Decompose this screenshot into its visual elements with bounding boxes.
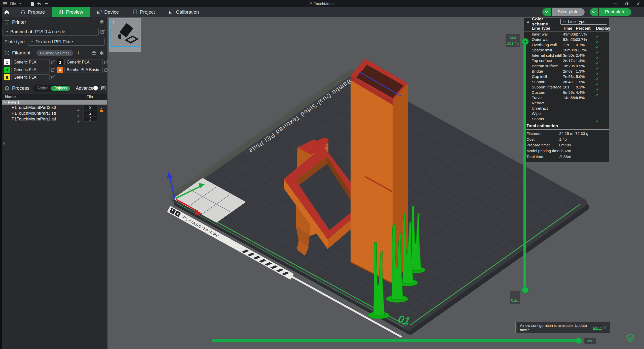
- total-estimation-list: Filament: 24.25 m 72.33 g Cost: 1.45 Pre…: [524, 131, 609, 160]
- line-type-name: Custom: [532, 90, 563, 95]
- line-type-name: Seams: [532, 117, 563, 121]
- object-row[interactable]: P1TouchMountPart2.stl 2: [2, 105, 107, 110]
- remove-filament-button[interactable]: −: [84, 49, 89, 56]
- process-section-header: Process Global Objects Advanced: [2, 84, 107, 92]
- printer-section-header: Printer: [2, 18, 107, 26]
- process-layers-icon: [5, 86, 10, 91]
- undo-icon[interactable]: [37, 2, 42, 6]
- layers-view-icon[interactable]: [625, 333, 635, 343]
- object-list-header: Name Fila.: [2, 94, 107, 100]
- line-type-percent: 1.9%: [576, 80, 596, 84]
- filament-edit-icon[interactable]: [51, 75, 56, 80]
- filament-name-field[interactable]: Generic PLA: [11, 59, 50, 65]
- object-row[interactable]: P1TouchMountPart3.stl 2: [2, 110, 107, 116]
- filament-name-field[interactable]: Generic PLA: [64, 59, 103, 65]
- line-type-name: Outer wall: [532, 37, 563, 42]
- object-filament-number[interactable]: 2: [83, 117, 97, 122]
- print-options-chevron[interactable]: [590, 8, 598, 16]
- line-type-time: 18m34s: [563, 48, 576, 52]
- printer-select[interactable]: Bambu Lab P1S 0.4 nozzle: [3, 28, 99, 36]
- tab-preview[interactable]: Preview: [52, 7, 90, 17]
- filament-edit-icon[interactable]: [51, 68, 56, 72]
- line-type-name: Travel: [532, 96, 563, 100]
- object-row[interactable]: P1TouchMountPart1.stl 2: [2, 116, 107, 122]
- plate-group-row[interactable]: Plate 1: [2, 100, 107, 105]
- estimation-label: Cost:: [526, 137, 559, 142]
- plate-type-select[interactable]: Textured PEI Plate: [28, 38, 105, 46]
- viewport-3d[interactable]: Bambu Dual-Sided Textured PEI Plate PLA/…: [107, 17, 644, 349]
- estimation-row: Total time: 2h38m: [524, 154, 609, 160]
- line-type-row: Unretract: [524, 106, 609, 111]
- layer-slider-track[interactable]: [523, 42, 526, 290]
- filament-color-swatch[interactable]: 4: [57, 67, 63, 73]
- window-title: P1TouchMount: [0, 2, 644, 6]
- line-type-percent: 5.0%: [576, 74, 596, 79]
- object-filament-number[interactable]: 2: [83, 105, 97, 110]
- ams-sync-icon[interactable]: [92, 50, 97, 55]
- move-slider-track[interactable]: [212, 339, 582, 342]
- redo-icon[interactable]: [44, 2, 49, 6]
- sidebar-collapse-chevron[interactable]: [3, 142, 6, 146]
- filament-spool-icon: [5, 50, 10, 55]
- estimation-value: 2h38m: [559, 154, 575, 159]
- print-plate-button[interactable]: Print plate: [599, 8, 631, 16]
- layer-slider-top-handle[interactable]: +: [522, 38, 529, 45]
- object-filament-number[interactable]: 2: [83, 111, 97, 116]
- line-type-name: Retract: [532, 101, 563, 105]
- filament-name-field[interactable]: Generic PLA: [11, 74, 50, 80]
- maximize-button[interactable]: [621, 0, 632, 7]
- slice-options-chevron[interactable]: [542, 8, 551, 16]
- line-type-percent: 0.1%: [576, 43, 596, 47]
- line-type-row: Wipe: [524, 111, 609, 116]
- filament-name-field[interactable]: Bambu PLA Basic: [64, 67, 103, 73]
- update-notification: A new configuration is available. Update…: [515, 322, 610, 333]
- printer-icon: [5, 20, 10, 25]
- divider: [26, 2, 26, 6]
- close-button[interactable]: [632, 0, 644, 7]
- add-filament-button[interactable]: +: [75, 49, 81, 56]
- filament-section-header: Filament Flushing volumes + −: [2, 49, 107, 57]
- minimize-button[interactable]: [609, 0, 621, 7]
- tab-device[interactable]: Device: [90, 7, 126, 17]
- layer-slider-bottom-handle[interactable]: [522, 287, 529, 294]
- plate-thumbnail-card[interactable]: 1: [109, 18, 141, 52]
- new-project-icon[interactable]: [30, 2, 34, 6]
- tab-calibration[interactable]: Calibration: [162, 7, 206, 17]
- filament-color-swatch[interactable]: 1: [4, 59, 10, 65]
- move-slider-handle[interactable]: [576, 337, 582, 344]
- filament-edit-icon[interactable]: [51, 60, 56, 65]
- line-type-percent: 0.9%: [576, 64, 596, 68]
- printer-edit-icon[interactable]: [100, 29, 105, 34]
- slice-plate-button[interactable]: Slice plate: [552, 8, 585, 16]
- hamburger-menu-icon[interactable]: [3, 2, 7, 5]
- notification-more-link[interactable]: More: [593, 326, 602, 330]
- parameter-list-icon[interactable]: [101, 86, 106, 91]
- filament-color-swatch[interactable]: 2: [57, 59, 63, 65]
- scope-global-option[interactable]: Global: [34, 86, 51, 90]
- collapse-panel-icon[interactable]: [526, 20, 530, 24]
- line-type-name: Sparse infill: [532, 48, 563, 52]
- color-scheme-select[interactable]: Line Type: [560, 19, 607, 25]
- filament-color-swatch[interactable]: 5: [4, 74, 10, 80]
- estimation-value: 2h32m: [559, 149, 575, 153]
- home-button[interactable]: [0, 7, 14, 17]
- filament-name-field[interactable]: Generic PLA: [11, 67, 50, 73]
- filament-color-swatch[interactable]: 3: [4, 67, 10, 73]
- estimation-label: Prepare time:: [526, 143, 559, 147]
- file-menu-chevron-icon[interactable]: [18, 3, 21, 5]
- flushing-volumes-button[interactable]: Flushing volumes: [36, 50, 73, 56]
- printer-settings-gear-icon[interactable]: [100, 20, 105, 25]
- tab-project[interactable]: Project: [126, 7, 162, 17]
- line-type-percent: 11.7%: [576, 48, 596, 52]
- scope-objects-option[interactable]: Objects: [51, 86, 70, 91]
- estimation-value-2: 72.33 g: [575, 131, 609, 136]
- file-menu[interactable]: File: [10, 2, 16, 6]
- title-bar: File P1TouchMount: [0, 0, 644, 7]
- tab-prepare[interactable]: Prepare: [14, 7, 52, 17]
- notification-close-icon[interactable]: [603, 326, 607, 330]
- filament-settings-gear-icon[interactable]: [100, 50, 105, 55]
- line-type-percent: 9.5%: [576, 96, 596, 100]
- line-type-time: 10s: [563, 85, 576, 89]
- color-scheme-panel: Color scheme Line Type Line Type Time Pe…: [524, 18, 609, 162]
- line-type-percent: 27.5%: [576, 32, 596, 37]
